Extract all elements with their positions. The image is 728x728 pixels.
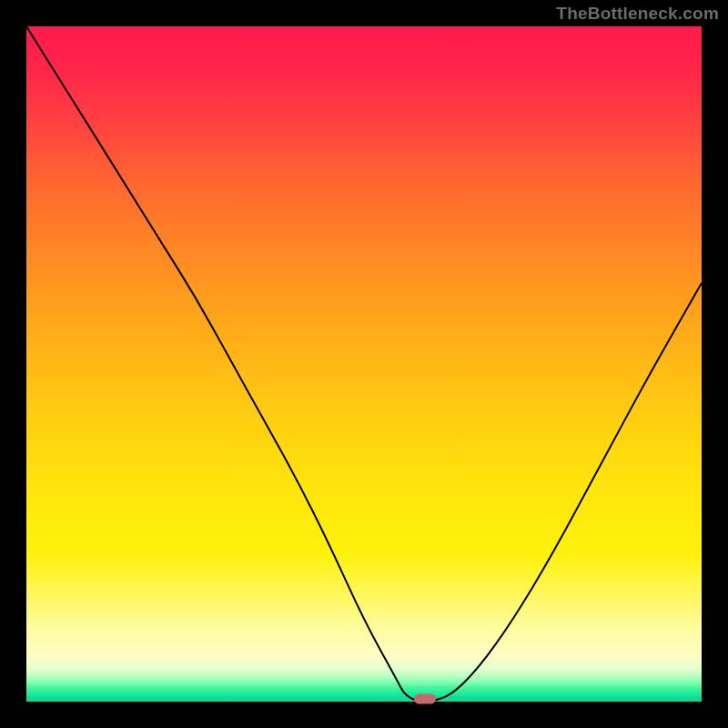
curve-svg: [26, 26, 702, 702]
chart-canvas: TheBottleneck.com: [0, 0, 728, 728]
watermark-text: TheBottleneck.com: [556, 4, 719, 24]
curve-path: [26, 26, 702, 702]
min-marker: [414, 694, 436, 704]
